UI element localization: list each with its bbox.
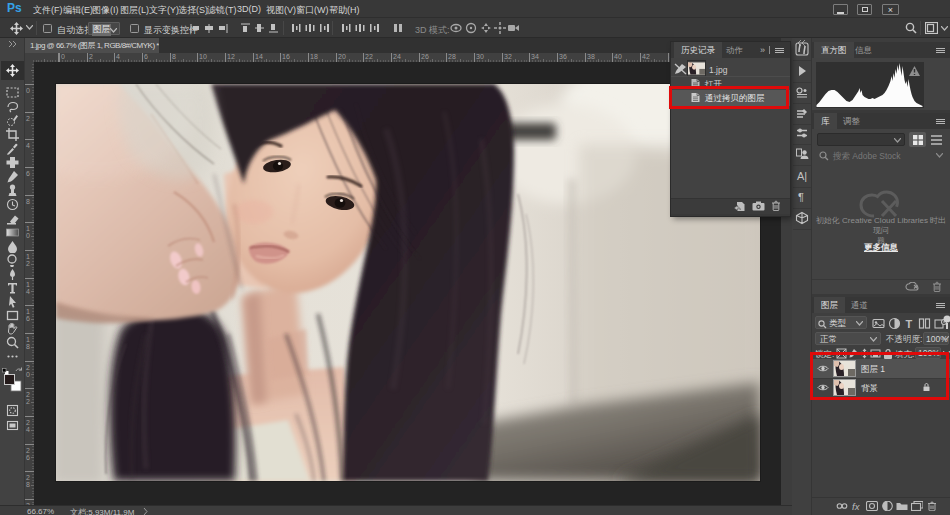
svg-text:A|: A| bbox=[797, 170, 807, 182]
svg-text:T: T bbox=[906, 318, 913, 330]
svg-text:fx: fx bbox=[852, 501, 861, 512]
svg-text:¶: ¶ bbox=[798, 191, 804, 203]
